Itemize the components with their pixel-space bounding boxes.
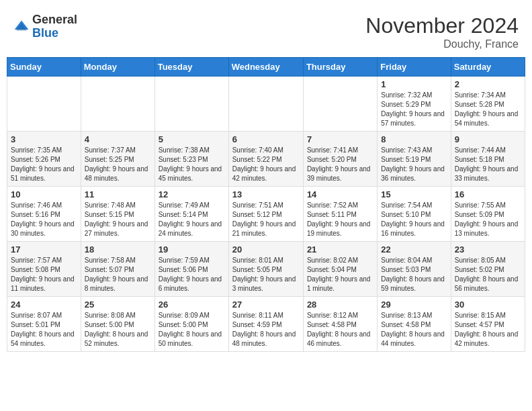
day-info: Sunrise: 7:34 AM Sunset: 5:28 PM Dayligh… xyxy=(455,91,521,128)
calendar-cell: 7Sunrise: 7:41 AM Sunset: 5:20 PM Daylig… xyxy=(303,132,377,187)
day-number: 7 xyxy=(307,134,373,144)
calendar-cell: 27Sunrise: 8:11 AM Sunset: 4:59 PM Dayli… xyxy=(228,297,303,352)
calendar-header-wednesday: Wednesday xyxy=(228,58,303,77)
day-info: Sunrise: 7:55 AM Sunset: 5:09 PM Dayligh… xyxy=(455,201,521,238)
calendar-table: SundayMondayTuesdayWednesdayThursdayFrid… xyxy=(7,57,525,352)
day-number: 3 xyxy=(11,134,77,144)
day-info: Sunrise: 8:11 AM Sunset: 4:59 PM Dayligh… xyxy=(232,311,300,349)
calendar-cell: 12Sunrise: 7:49 AM Sunset: 5:14 PM Dayli… xyxy=(154,187,228,242)
day-number: 8 xyxy=(381,134,447,144)
calendar-header-thursday: Thursday xyxy=(303,58,377,77)
calendar-header-row: SundayMondayTuesdayWednesdayThursdayFrid… xyxy=(7,58,525,77)
location: Douchy, France xyxy=(365,38,519,50)
calendar-header-sunday: Sunday xyxy=(7,58,81,77)
day-number: 26 xyxy=(159,300,225,310)
calendar-cell xyxy=(81,77,154,132)
calendar-cell: 11Sunrise: 7:48 AM Sunset: 5:15 PM Dayli… xyxy=(81,187,154,242)
day-info: Sunrise: 8:01 AM Sunset: 5:05 PM Dayligh… xyxy=(232,256,300,293)
day-number: 22 xyxy=(381,244,447,255)
calendar-cell: 1Sunrise: 7:32 AM Sunset: 5:29 PM Daylig… xyxy=(378,77,451,132)
calendar-cell: 23Sunrise: 8:05 AM Sunset: 5:02 PM Dayli… xyxy=(451,242,525,297)
day-info: Sunrise: 7:32 AM Sunset: 5:29 PM Dayligh… xyxy=(381,91,447,128)
day-info: Sunrise: 7:58 AM Sunset: 5:07 PM Dayligh… xyxy=(85,256,151,293)
day-number: 15 xyxy=(381,189,447,199)
day-number: 20 xyxy=(232,244,300,255)
calendar-cell: 8Sunrise: 7:43 AM Sunset: 5:19 PM Daylig… xyxy=(378,132,451,187)
calendar-cell: 18Sunrise: 7:58 AM Sunset: 5:07 PM Dayli… xyxy=(81,242,154,297)
day-number: 5 xyxy=(159,134,225,144)
day-info: Sunrise: 7:52 AM Sunset: 5:11 PM Dayligh… xyxy=(307,201,373,238)
calendar-cell: 15Sunrise: 7:54 AM Sunset: 5:10 PM Dayli… xyxy=(378,187,451,242)
day-info: Sunrise: 7:40 AM Sunset: 5:22 PM Dayligh… xyxy=(232,146,300,183)
calendar-header-friday: Friday xyxy=(378,58,451,77)
day-info: Sunrise: 8:09 AM Sunset: 5:00 PM Dayligh… xyxy=(159,311,225,349)
calendar-cell: 29Sunrise: 8:13 AM Sunset: 4:58 PM Dayli… xyxy=(378,297,451,352)
day-info: Sunrise: 7:44 AM Sunset: 5:18 PM Dayligh… xyxy=(455,146,521,183)
calendar-week-row: 17Sunrise: 7:57 AM Sunset: 5:08 PM Dayli… xyxy=(7,242,525,297)
calendar-cell: 6Sunrise: 7:40 AM Sunset: 5:22 PM Daylig… xyxy=(228,132,303,187)
logo: General Blue xyxy=(13,13,77,40)
day-number: 9 xyxy=(455,134,521,144)
calendar-cell: 24Sunrise: 8:07 AM Sunset: 5:01 PM Dayli… xyxy=(7,297,81,352)
day-number: 29 xyxy=(381,300,447,310)
day-number: 25 xyxy=(85,300,151,310)
calendar-cell: 17Sunrise: 7:57 AM Sunset: 5:08 PM Dayli… xyxy=(7,242,81,297)
day-number: 23 xyxy=(455,244,521,255)
calendar-cell: 14Sunrise: 7:52 AM Sunset: 5:11 PM Dayli… xyxy=(303,187,377,242)
day-info: Sunrise: 8:13 AM Sunset: 4:58 PM Dayligh… xyxy=(381,311,447,349)
title-section: November 2024 Douchy, France xyxy=(365,13,519,50)
day-info: Sunrise: 7:37 AM Sunset: 5:25 PM Dayligh… xyxy=(85,146,151,183)
calendar-cell xyxy=(228,77,303,132)
day-info: Sunrise: 8:04 AM Sunset: 5:03 PM Dayligh… xyxy=(381,256,447,293)
day-info: Sunrise: 8:05 AM Sunset: 5:02 PM Dayligh… xyxy=(455,256,521,293)
logo-icon xyxy=(13,19,30,35)
calendar-cell: 25Sunrise: 8:08 AM Sunset: 5:00 PM Dayli… xyxy=(81,297,154,352)
day-number: 11 xyxy=(85,189,151,199)
calendar-week-row: 24Sunrise: 8:07 AM Sunset: 5:01 PM Dayli… xyxy=(7,297,525,352)
calendar-header-saturday: Saturday xyxy=(451,58,525,77)
calendar-cell: 9Sunrise: 7:44 AM Sunset: 5:18 PM Daylig… xyxy=(451,132,525,187)
day-number: 30 xyxy=(455,300,521,310)
day-info: Sunrise: 8:02 AM Sunset: 5:04 PM Dayligh… xyxy=(307,256,373,293)
day-info: Sunrise: 7:41 AM Sunset: 5:20 PM Dayligh… xyxy=(307,146,373,183)
day-number: 27 xyxy=(232,300,300,310)
calendar-header-tuesday: Tuesday xyxy=(154,58,228,77)
day-info: Sunrise: 7:54 AM Sunset: 5:10 PM Dayligh… xyxy=(381,201,447,238)
calendar-cell: 30Sunrise: 8:15 AM Sunset: 4:57 PM Dayli… xyxy=(451,297,525,352)
day-number: 24 xyxy=(11,300,77,310)
day-number: 6 xyxy=(232,134,300,144)
day-number: 18 xyxy=(85,244,151,255)
day-number: 2 xyxy=(455,79,521,89)
day-info: Sunrise: 8:08 AM Sunset: 5:00 PM Dayligh… xyxy=(85,311,151,349)
day-info: Sunrise: 7:38 AM Sunset: 5:23 PM Dayligh… xyxy=(159,146,225,183)
calendar-week-row: 3Sunrise: 7:35 AM Sunset: 5:26 PM Daylig… xyxy=(7,132,525,187)
month-title: November 2024 xyxy=(365,13,519,38)
day-number: 13 xyxy=(232,189,300,199)
logo-text: General Blue xyxy=(32,13,77,40)
day-number: 1 xyxy=(381,79,447,89)
day-info: Sunrise: 7:43 AM Sunset: 5:19 PM Dayligh… xyxy=(381,146,447,183)
day-info: Sunrise: 7:46 AM Sunset: 5:16 PM Dayligh… xyxy=(11,201,77,238)
calendar-cell: 5Sunrise: 7:38 AM Sunset: 5:23 PM Daylig… xyxy=(154,132,228,187)
day-info: Sunrise: 7:35 AM Sunset: 5:26 PM Dayligh… xyxy=(11,146,77,183)
day-number: 28 xyxy=(307,300,373,310)
calendar-cell: 19Sunrise: 7:59 AM Sunset: 5:06 PM Dayli… xyxy=(154,242,228,297)
calendar-cell: 13Sunrise: 7:51 AM Sunset: 5:12 PM Dayli… xyxy=(228,187,303,242)
day-info: Sunrise: 8:12 AM Sunset: 4:58 PM Dayligh… xyxy=(307,311,373,349)
calendar-cell: 21Sunrise: 8:02 AM Sunset: 5:04 PM Dayli… xyxy=(303,242,377,297)
calendar-cell xyxy=(303,77,377,132)
header: General Blue November 2024 Douchy, Franc… xyxy=(7,7,525,54)
day-number: 12 xyxy=(159,189,225,199)
calendar-header-monday: Monday xyxy=(81,58,154,77)
calendar-cell: 3Sunrise: 7:35 AM Sunset: 5:26 PM Daylig… xyxy=(7,132,81,187)
day-number: 4 xyxy=(85,134,151,144)
calendar-week-row: 1Sunrise: 7:32 AM Sunset: 5:29 PM Daylig… xyxy=(7,77,525,132)
day-number: 19 xyxy=(159,244,225,255)
day-number: 16 xyxy=(455,189,521,199)
calendar-cell: 4Sunrise: 7:37 AM Sunset: 5:25 PM Daylig… xyxy=(81,132,154,187)
day-info: Sunrise: 7:49 AM Sunset: 5:14 PM Dayligh… xyxy=(159,201,225,238)
day-info: Sunrise: 7:59 AM Sunset: 5:06 PM Dayligh… xyxy=(159,256,225,293)
calendar-week-row: 10Sunrise: 7:46 AM Sunset: 5:16 PM Dayli… xyxy=(7,187,525,242)
day-number: 17 xyxy=(11,244,77,255)
day-info: Sunrise: 7:51 AM Sunset: 5:12 PM Dayligh… xyxy=(232,201,300,238)
